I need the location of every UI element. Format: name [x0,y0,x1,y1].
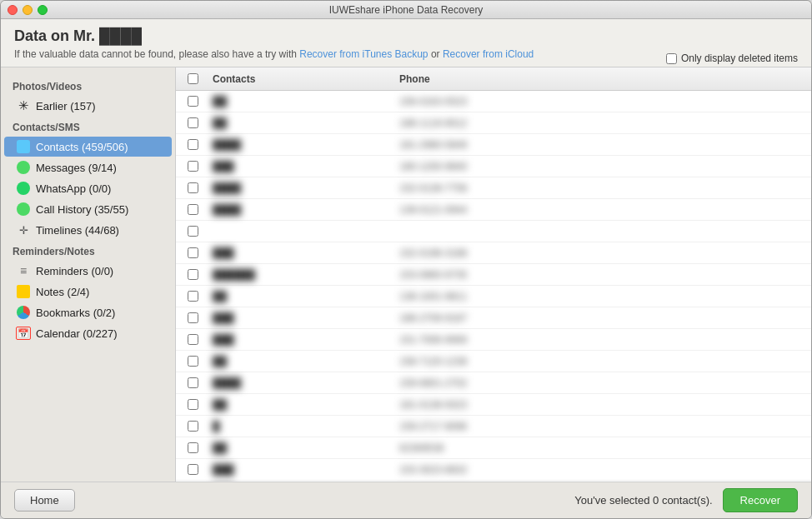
contact-phone: 158-7120-1238 [393,356,811,367]
timelines-label: Timelines (44/68) [36,224,119,237]
table-row[interactable]: ███151-7006-9069 [176,329,811,351]
row-checkbox[interactable] [188,161,198,172]
contact-phone: 139-0121-0944 [393,204,811,216]
table-row[interactable]: ██158-7120-1238 [176,351,811,372]
table-row[interactable]: ████139-0121-0944 [176,199,811,221]
row-checkbox[interactable] [188,334,198,345]
contacts-icon [16,139,31,154]
contact-phone: 62369538 [393,442,811,454]
row-checkbox[interactable] [188,96,198,107]
icloud-link[interactable]: Recover from iCloud [443,48,534,60]
recover-button[interactable]: Recover [723,488,798,512]
contact-phone: 188-2709-9187 [393,312,811,324]
itunes-backup-link[interactable]: Recover from iTunes Backup [299,48,428,60]
row-checkbox-cell [176,117,209,128]
row-checkbox-cell [176,269,209,280]
row-checkbox-cell [176,442,209,453]
whatsapp-icon [16,181,31,196]
contact-name: ████ [209,182,393,194]
row-checkbox-cell [176,291,209,302]
contact-phone: 156-0163-5523 [393,96,811,107]
only-deleted-text: Only display deleted items [681,52,798,64]
table-row[interactable]: ███153-3023-8832 [176,459,811,481]
sidebar-item-notes[interactable]: Notes (2/4) [4,282,172,302]
table-row[interactable]: ████159-6801-2702 [176,372,811,394]
row-checkbox[interactable] [188,226,198,237]
sidebar-item-bookmarks[interactable]: Bookmarks (0/2) [4,302,172,322]
close-button[interactable] [8,5,18,15]
row-checkbox[interactable] [188,117,198,128]
footer: Home You've selected 0 contact(s). Recov… [1,482,811,518]
row-checkbox-cell [176,312,209,323]
sidebar-item-callhistory[interactable]: Call History (35/55) [4,199,172,219]
table-row[interactable]: ███152-0198-3188 [176,242,811,264]
row-checkbox[interactable] [188,291,198,302]
home-button[interactable]: Home [14,489,75,512]
row-checkbox[interactable] [188,464,198,475]
table-body: ██156-0163-5523██188-1119-9012████181-29… [176,91,811,482]
table-row[interactable]: ██138-1001-9811 [176,286,811,307]
sidebar-item-earlier[interactable]: ✳ Earlier (157) [4,96,172,116]
or-text: or [431,48,443,60]
header: Data on Mr. ████ If the valuable data ca… [1,19,811,67]
select-all-checkbox[interactable] [188,73,198,84]
bookmarks-label: Bookmarks (0/2) [36,307,115,319]
contact-name: ██ [209,96,393,107]
traffic-lights [8,5,48,15]
reminders-icon: ≡ [16,263,31,278]
row-checkbox[interactable] [188,182,198,193]
photos-icon: ✳ [16,98,31,113]
row-checkbox-cell [176,161,209,172]
sidebar-item-contacts[interactable]: Contacts (459/506) [4,137,172,157]
bookmarks-icon [16,305,31,320]
row-checkbox[interactable] [188,421,198,432]
callhistory-label: Call History (35/55) [36,203,128,216]
subtitle-text: If the valuable data cannot be found, pl… [14,48,297,60]
table-row[interactable]: ████181-2980-5849 [176,134,811,156]
table-row[interactable]: ██181-0138-9323 [176,394,811,416]
table-row[interactable]: ██188-1119-9012 [176,112,811,134]
sidebar-item-reminders[interactable]: ≡ Reminders (0/0) [4,261,172,281]
display-options: Only display deleted items [666,52,798,64]
header-checkbox-cell [176,73,209,84]
row-checkbox[interactable] [188,442,198,453]
row-checkbox[interactable] [188,312,198,323]
fullscreen-button[interactable] [38,5,48,15]
only-deleted-checkbox[interactable] [666,53,677,64]
only-deleted-label[interactable]: Only display deleted items [666,52,798,64]
table-row[interactable]: ████152-0138-7758 [176,177,811,199]
row-checkbox[interactable] [188,139,198,150]
table-row[interactable]: ██156-0163-5523 [176,91,811,112]
table-row[interactable]: ███180-1200-9840 [176,156,811,177]
selection-status: You've selected 0 contact(s). [574,494,712,507]
sidebar-item-whatsapp[interactable]: WhatsApp (0/0) [4,178,172,198]
row-checkbox[interactable] [188,204,198,215]
table-row[interactable]: ███188-2709-9187 [176,307,811,329]
row-checkbox[interactable] [188,356,198,367]
contact-phone: 181-2980-5849 [393,139,811,151]
row-checkbox[interactable] [188,247,198,258]
col-header-contacts: Contacts [209,73,393,85]
call-icon [16,202,31,217]
contact-phone: 152-0138-7758 [393,182,811,194]
sidebar-item-timelines[interactable]: ✛ Timelines (44/68) [4,220,172,240]
table-row[interactable] [176,221,811,242]
row-checkbox[interactable] [188,377,198,388]
contact-name: ██ [209,291,393,302]
whatsapp-label: WhatsApp (0/0) [36,182,111,195]
row-checkbox-cell [176,421,209,432]
sidebar-item-messages[interactable]: Messages (9/14) [4,157,172,177]
row-checkbox-cell [176,96,209,107]
contacts-label: Contacts (459/506) [36,141,128,153]
row-checkbox[interactable] [188,399,198,410]
minimize-button[interactable] [23,5,33,15]
table-row[interactable]: ██62369538 [176,437,811,459]
table-row[interactable]: ██████153-0860-9735 [176,264,811,286]
contact-name: ██ [209,442,393,454]
calendar-label: Calendar (0/227) [36,327,118,340]
contact-name: ████ [209,139,393,151]
sidebar-item-calendar[interactable]: 📅 Calendar (0/227) [4,323,172,343]
row-checkbox[interactable] [188,269,198,280]
contact-name: ███ [209,247,393,259]
table-row[interactable]: █159-2717-9096 [176,416,811,437]
